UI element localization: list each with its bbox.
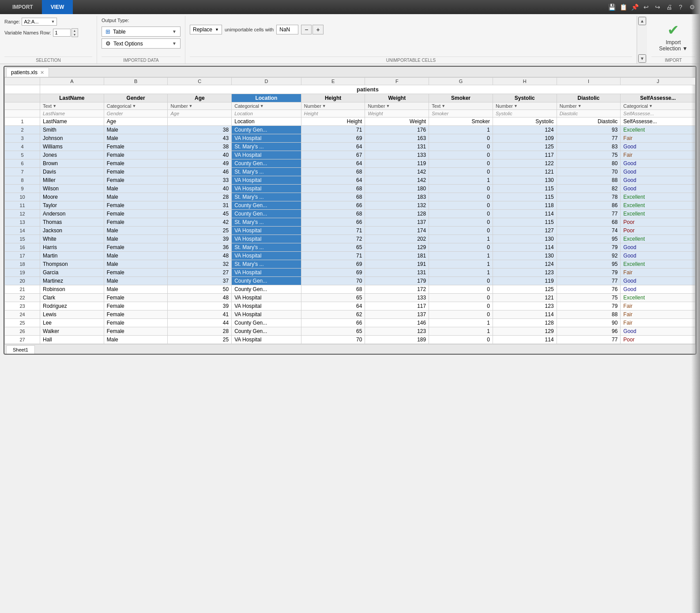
table-cell[interactable]: Good: [621, 168, 696, 176]
table-cell[interactable]: 115: [493, 193, 557, 201]
table-cell[interactable]: 65: [301, 327, 365, 336]
table-cell[interactable]: Fair: [621, 310, 696, 319]
table-cell[interactable]: 129: [493, 327, 557, 336]
range-dropdown-icon[interactable]: ▼: [51, 19, 55, 24]
col-diastolic[interactable]: Diastolic: [557, 94, 621, 102]
table-cell[interactable]: Clark: [40, 294, 104, 302]
table-cell[interactable]: 37: [168, 277, 232, 285]
table-cell[interactable]: Systolic: [493, 117, 557, 126]
table-cell[interactable]: 179: [365, 277, 429, 285]
table-cell[interactable]: 42: [168, 218, 232, 227]
table-cell[interactable]: 117: [365, 302, 429, 310]
table-row[interactable]: 21RobinsonMale50County Gen...68172012576…: [5, 285, 696, 294]
table-cell[interactable]: Male: [104, 185, 168, 193]
file-tab-close[interactable]: ✕: [40, 70, 44, 76]
table-row[interactable]: 2SmithMale38County Gen...71176112493Exce…: [5, 126, 696, 134]
type-selfassess[interactable]: Categorical▼: [621, 102, 696, 110]
plus-button[interactable]: +: [312, 25, 323, 34]
table-cell[interactable]: Poor: [621, 336, 696, 344]
col-G[interactable]: G: [429, 78, 493, 85]
table-cell[interactable]: County Gen...: [232, 159, 301, 168]
table-cell[interactable]: 122: [493, 159, 557, 168]
table-cell[interactable]: Johnson: [40, 134, 104, 143]
table-cell[interactable]: 70: [557, 168, 621, 176]
table-cell[interactable]: VA Hospital: [232, 294, 301, 302]
type-gender[interactable]: Categorical▼: [104, 102, 168, 110]
table-cell[interactable]: St. Mary's ...: [232, 260, 301, 269]
table-cell[interactable]: 95: [557, 235, 621, 243]
table-cell[interactable]: Good: [621, 252, 696, 260]
table-cell[interactable]: 131: [365, 269, 429, 277]
table-cell[interactable]: 40: [168, 185, 232, 193]
table-cell[interactable]: 121: [493, 168, 557, 176]
table-cell[interactable]: Female: [104, 159, 168, 168]
table-cell[interactable]: 77: [557, 277, 621, 285]
type-height[interactable]: Number▼: [301, 102, 365, 110]
table-cell[interactable]: 66: [301, 218, 365, 227]
table-cell[interactable]: Excellent: [621, 235, 696, 243]
table-cell[interactable]: 74: [557, 227, 621, 235]
table-cell[interactable]: 124: [493, 126, 557, 134]
table-cell[interactable]: 0: [429, 143, 493, 151]
table-cell[interactable]: 32: [168, 260, 232, 269]
table-row[interactable]: 12AndersonFemale45County Gen...681280114…: [5, 210, 696, 218]
table-cell[interactable]: 128: [365, 210, 429, 218]
table-cell[interactable]: 65: [301, 294, 365, 302]
table-cell[interactable]: Female: [104, 176, 168, 185]
table-cell[interactable]: Moore: [40, 193, 104, 201]
table-cell[interactable]: Thomas: [40, 218, 104, 227]
table-cell[interactable]: Weight: [365, 117, 429, 126]
table-cell[interactable]: Male: [104, 126, 168, 134]
table-cell[interactable]: 31: [168, 201, 232, 210]
ribbon-scroll-up[interactable]: ▲: [638, 17, 646, 25]
col-D[interactable]: D: [232, 78, 301, 85]
table-cell[interactable]: 176: [365, 126, 429, 134]
table-cell[interactable]: 142: [365, 168, 429, 176]
table-cell[interactable]: 183: [365, 193, 429, 201]
table-cell[interactable]: Garcia: [40, 269, 104, 277]
help-icon[interactable]: ?: [676, 3, 685, 11]
tab-import[interactable]: IMPORT: [4, 0, 42, 14]
varnames-input[interactable]: 1: [53, 29, 71, 37]
grid-wrapper[interactable]: A B C D E F G H I J patients: [4, 77, 696, 344]
table-cell[interactable]: VA Hospital: [232, 176, 301, 185]
table-cell[interactable]: Female: [104, 201, 168, 210]
col-height[interactable]: Height: [301, 94, 365, 102]
range-input[interactable]: A2:A... ▼: [22, 18, 57, 26]
table-cell[interactable]: VA Hospital: [232, 151, 301, 159]
table-cell[interactable]: Excellent: [621, 294, 696, 302]
table-cell[interactable]: LastName: [40, 117, 104, 126]
table-cell[interactable]: 124: [493, 260, 557, 269]
table-cell[interactable]: VA Hospital: [232, 185, 301, 193]
table-cell[interactable]: County Gen...: [232, 319, 301, 327]
table-cell[interactable]: 77: [557, 134, 621, 143]
nan-input[interactable]: NaN: [276, 25, 298, 34]
table-cell[interactable]: 130: [493, 176, 557, 185]
table-cell[interactable]: 118: [493, 201, 557, 210]
table-cell[interactable]: 129: [365, 243, 429, 252]
table-row[interactable]: 1LastNameAgeLocationHeightWeightSmokerSy…: [5, 117, 696, 126]
col-I[interactable]: I: [557, 78, 621, 85]
table-cell[interactable]: VA Hospital: [232, 310, 301, 319]
table-row[interactable]: 7DavisFemale46St. Mary's ...68142012170G…: [5, 168, 696, 176]
table-cell[interactable]: Female: [104, 310, 168, 319]
table-cell[interactable]: 27: [168, 269, 232, 277]
table-cell[interactable]: 121: [493, 294, 557, 302]
col-location[interactable]: Location: [232, 94, 301, 102]
table-cell[interactable]: 96: [557, 327, 621, 336]
copy-icon[interactable]: 📋: [619, 3, 628, 11]
spinner-up[interactable]: ▲: [72, 29, 78, 33]
table-cell[interactable]: Davis: [40, 168, 104, 176]
table-cell[interactable]: Male: [104, 227, 168, 235]
table-cell[interactable]: Poor: [621, 218, 696, 227]
minus-button[interactable]: −: [301, 25, 312, 34]
table-cell[interactable]: 130: [493, 252, 557, 260]
table-row[interactable]: 15WhiteMale39VA Hospital72202113095Excel…: [5, 235, 696, 243]
table-cell[interactable]: 75: [557, 151, 621, 159]
table-cell[interactable]: 172: [365, 285, 429, 294]
table-cell[interactable]: 46: [168, 168, 232, 176]
table-cell[interactable]: 0: [429, 168, 493, 176]
table-cell[interactable]: Good: [621, 285, 696, 294]
table-cell[interactable]: Rodriguez: [40, 302, 104, 310]
table-cell[interactable]: 0: [429, 285, 493, 294]
